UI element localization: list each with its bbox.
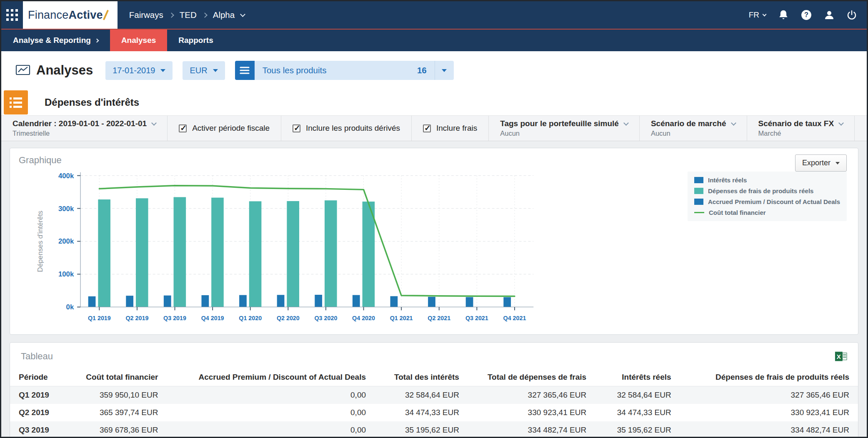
legend-item: Intérêts réels (694, 177, 840, 184)
svg-text:0k: 0k (66, 303, 74, 311)
notifications-bell-icon[interactable] (778, 10, 788, 20)
table-header-cell: Coût total financier (65, 368, 167, 386)
chart-legend: Intérêts réelsDépenses de frais de produ… (688, 172, 847, 221)
table-header-cell: Total des intérêts (375, 368, 468, 386)
filter-checkbox-periode-fiscale[interactable]: Activer période fiscale (168, 116, 281, 141)
filter-value: Aucun (500, 129, 628, 137)
filter-scenario-marche[interactable]: Scénario de marché Aucun (640, 116, 747, 141)
legend-color-swatch (694, 177, 703, 183)
caret-down-icon (835, 162, 840, 164)
table-row: Q2 2019365 397,74 EUR0,0034 474,33 EUR33… (10, 404, 858, 421)
svg-text:Q1 2019: Q1 2019 (88, 315, 111, 321)
chevron-down-icon (763, 12, 767, 16)
legend-label: Coût total financier (709, 209, 766, 216)
table-row: Q3 2019369 678,36 EUR0,0035 195,62 EUR33… (10, 421, 858, 437)
caret-down-icon (213, 69, 218, 72)
legend-label: Intérêts réels (708, 177, 747, 184)
nav-analyse-reporting[interactable]: Analyse & Reporting (7, 30, 104, 51)
date-dropdown[interactable]: 17-01-2019 (105, 61, 173, 80)
page-title: Analyses (36, 63, 93, 78)
table-header-row: PériodeCoût total financierAccrued Premi… (10, 368, 858, 386)
value-cell: 365 397,74 EUR (65, 404, 167, 421)
report-title: Dépenses d'intérêts (45, 97, 139, 108)
checkbox-label: Inclure frais (436, 124, 477, 133)
report-list-icon[interactable] (4, 90, 28, 114)
svg-text:Q3 2019: Q3 2019 (163, 315, 186, 321)
table-header-cell: Accrued Premium / Discount of Actual Dea… (167, 368, 375, 386)
chevron-down-icon (731, 120, 736, 126)
logo-pencil-icon (103, 10, 109, 20)
value-cell: 34 474,33 EUR (375, 404, 468, 421)
breadcrumb-ted[interactable]: TED (180, 10, 197, 20)
checkbox-icon[interactable] (423, 124, 431, 132)
products-filter-value: Tous les produits 16 (255, 61, 435, 80)
export-button[interactable]: Exporter (795, 154, 847, 172)
chevron-down-icon (838, 120, 844, 126)
sub-navigation: Analyse & Reporting Analyses Rapports (1, 30, 867, 51)
filter-tags-portefeuille[interactable]: Tags pour le portefeuille simulé Aucun (489, 116, 640, 141)
chevron-down-icon (623, 120, 629, 126)
main-content: Graphique Exporter 0k100k200k300k400kQ1 … (1, 141, 867, 437)
value-cell: 334 482,74 EUR (468, 421, 595, 437)
table-header-cell: Période (10, 368, 65, 386)
user-profile-icon[interactable] (824, 10, 834, 20)
svg-text:Q1 2021: Q1 2021 (390, 315, 413, 321)
svg-text:Q3 2020: Q3 2020 (315, 315, 338, 321)
table-row: Q1 2019359 950,10 EUR0,0032 584,64 EUR32… (10, 386, 858, 404)
table-body: Q1 2019359 950,10 EUR0,0032 584,64 EUR32… (10, 386, 858, 437)
table-header-cell: Dépenses de frais de produits réels (680, 368, 858, 386)
checkbox-label: Inclure les produits dérivés (306, 124, 400, 133)
filter-checkbox-inclure-frais[interactable]: Inclure frais (412, 116, 489, 141)
help-icon[interactable]: ? (801, 10, 812, 20)
svg-text:Q4 2020: Q4 2020 (352, 315, 375, 321)
value-cell: 327 365,46 EUR (468, 386, 595, 404)
apps-grid-icon[interactable] (1, 1, 23, 29)
hamburger-menu-icon (235, 61, 255, 80)
value-cell: 34 474,33 EUR (595, 404, 680, 421)
legend-item: Accrued Premium / Discount of Actual Dea… (694, 198, 840, 205)
logout-power-icon[interactable] (847, 10, 857, 20)
filter-scenario-taux-fx[interactable]: Scénario de taux FX Marché (747, 116, 855, 141)
svg-text:Q4 2021: Q4 2021 (503, 315, 526, 321)
period-cell: Q1 2019 (10, 386, 65, 404)
finance-active-logo[interactable]: FinanceActive (23, 1, 118, 29)
breadcrumb-fairways[interactable]: Fairways (129, 10, 163, 20)
chevron-right-icon (95, 38, 99, 42)
period-cell: Q2 2019 (10, 404, 65, 421)
tab-analyses[interactable]: Analyses (110, 30, 167, 51)
legend-color-swatch (694, 188, 703, 194)
chevron-down-icon[interactable] (240, 12, 245, 17)
breadcrumb-alpha[interactable]: Alpha (213, 10, 235, 20)
chart-panel-title: Graphique (19, 155, 849, 166)
tab-rapports[interactable]: Rapports (167, 30, 224, 51)
filter-checkbox-produits-derives[interactable]: Inclure les produits dérivés (281, 116, 412, 141)
results-table: PériodeCoût total financierAccrued Premi… (10, 368, 858, 437)
checkbox-label: Activer période fiscale (192, 124, 270, 133)
top-navigation: FinanceActive Fairways TED Alpha FR ? (1, 1, 867, 30)
filter-calendar[interactable]: Calendrier : 2019-01-01 - 2022-01-01 Tri… (1, 116, 168, 141)
value-cell: 330 923,41 EUR (680, 404, 858, 421)
checkbox-icon[interactable] (179, 124, 187, 132)
svg-text:200k: 200k (58, 238, 74, 246)
svg-text:100k: 100k (58, 270, 74, 278)
products-filter-dropdown[interactable]: Tous les produits 16 (235, 61, 454, 80)
caret-down-icon (160, 69, 165, 72)
svg-text:Q4 2019: Q4 2019 (201, 315, 224, 321)
value-cell: 0,00 (167, 404, 375, 421)
section-title-row: Dépenses d'intérêts (1, 90, 867, 115)
svg-text:Q2 2019: Q2 2019 (125, 315, 148, 321)
svg-text:Q3 2021: Q3 2021 (465, 315, 488, 321)
currency-dropdown[interactable]: EUR (183, 61, 225, 80)
filter-calendar-value: Trimestrielle (13, 129, 156, 137)
value-cell: 0,00 (167, 421, 375, 437)
checkbox-icon[interactable] (293, 124, 300, 132)
language-selector[interactable]: FR (749, 10, 766, 20)
value-cell: 32 584,64 EUR (375, 386, 468, 404)
svg-text:300k: 300k (58, 205, 74, 213)
legend-item: Coût total financier (694, 209, 840, 216)
svg-text:Dépenses d'intérêts: Dépenses d'intérêts (36, 211, 44, 272)
svg-text:Q1 2020: Q1 2020 (239, 315, 262, 321)
value-cell: 32 584,64 EUR (595, 386, 680, 404)
excel-export-icon[interactable]: X (835, 350, 847, 363)
legend-line-swatch (694, 212, 704, 213)
